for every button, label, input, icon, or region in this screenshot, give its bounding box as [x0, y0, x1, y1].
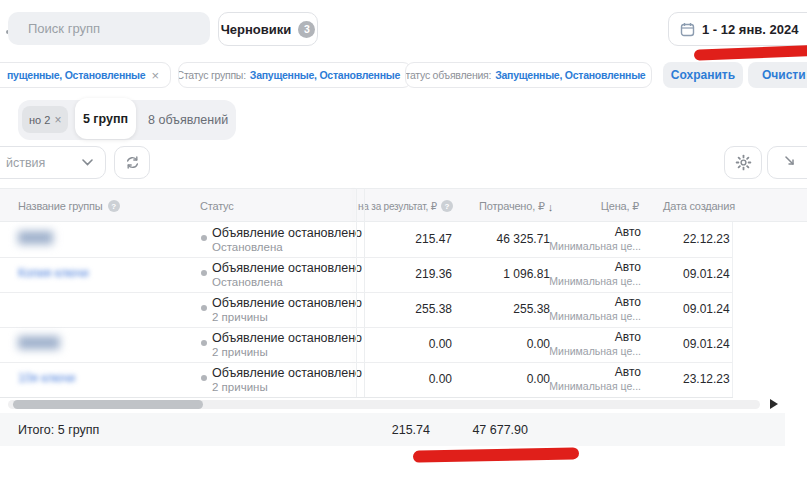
- search-placeholder: Поиск групп: [28, 21, 100, 36]
- save-filters-button[interactable]: Сохранить: [663, 62, 743, 88]
- table-row: Копия ключи Объявление остановлено Остан…: [0, 257, 807, 292]
- help-icon[interactable]: ?: [441, 200, 453, 212]
- red-marker-annotation-totals: [413, 447, 579, 462]
- table-row: ██████ Объявление остановлено 2 причины …: [0, 327, 807, 362]
- drafts-label: Черновики: [221, 22, 292, 37]
- created-date: 22.12.23: [683, 232, 730, 246]
- price-strategy: Минимальная це...: [549, 380, 641, 392]
- group-name-link[interactable]: █████: [18, 231, 52, 243]
- chip-prefix: Статус группы:: [178, 69, 246, 81]
- drafts-count-badge: 3: [298, 21, 315, 38]
- clear-filters-button[interactable]: Очисти: [748, 62, 807, 88]
- table-row: Объявление остановлено 2 причины 255.38 …: [0, 292, 807, 327]
- header-label: на за результат, ₽: [358, 201, 437, 212]
- chip-value: Запущенные, Остановленные: [250, 69, 400, 81]
- column-header-price[interactable]: Цена, ₽: [601, 200, 639, 213]
- totals-label: Итого: 5 групп: [18, 423, 99, 437]
- status-text: Объявление остановлено: [212, 296, 362, 310]
- gear-icon: [735, 154, 752, 171]
- help-icon[interactable]: ?: [108, 200, 120, 212]
- settings-button[interactable]: [724, 146, 762, 179]
- status-dot-icon: [201, 305, 207, 311]
- date-range-button[interactable]: 1 - 12 янв. 2024: [668, 12, 807, 46]
- spent-value: 255.38: [513, 302, 550, 316]
- refresh-button[interactable]: [114, 146, 150, 179]
- spent-value: 0.00: [527, 337, 550, 351]
- price-strategy: Минимальная це...: [549, 345, 641, 357]
- refresh-icon: [125, 155, 140, 170]
- created-date: 09.01.24: [683, 267, 730, 281]
- sort-desc-icon: ↓: [548, 201, 553, 213]
- price-mode: Авто: [615, 365, 641, 379]
- group-name-link[interactable]: Копия ключи: [18, 266, 89, 280]
- column-header-status[interactable]: Статус: [200, 200, 234, 212]
- created-date: 23.12.23: [683, 372, 730, 386]
- chevron-down-icon: [82, 159, 93, 166]
- selected-count-chip[interactable]: но 2 ×: [22, 106, 68, 133]
- totals-spent: 47 677.90: [472, 423, 528, 437]
- price-mode: Авто: [615, 260, 641, 274]
- cost-per-result-value: 215.47: [415, 232, 452, 246]
- chip-value: пущенные, Остановленные: [7, 69, 145, 81]
- ads-manager-screen: Поиск групп Черновики 3 1 - 12 янв. 2024…: [0, 0, 807, 487]
- price-strategy: Минимальная це...: [549, 310, 641, 322]
- column-header-name[interactable]: Название группы ?: [18, 200, 120, 212]
- table-row: █████ Объявление остановлено Остановлена…: [0, 222, 807, 257]
- horizontal-scrollbar-thumb[interactable]: [13, 400, 203, 409]
- status-reason: 2 причины: [212, 381, 268, 393]
- chip-prefix: Статус объявления:: [405, 69, 491, 81]
- search-input[interactable]: Поиск групп: [8, 12, 210, 45]
- column-header-spent[interactable]: Потрачено, ₽ ↓: [479, 200, 553, 213]
- status-reason: Остановлена: [212, 241, 283, 253]
- table-bottom-border: [0, 397, 733, 398]
- export-button[interactable]: [767, 146, 807, 179]
- price-mode: Авто: [615, 225, 641, 239]
- column-header-cost-per-result[interactable]: на за результат, ₽ ?: [358, 200, 453, 212]
- column-header-created[interactable]: Дата создания: [663, 200, 735, 212]
- cost-per-result-value: 0.00: [429, 337, 452, 351]
- status-dot-icon: [201, 375, 207, 381]
- filter-chip-ad-status[interactable]: Статус объявления: Запущенные, Остановле…: [405, 62, 652, 88]
- created-date: 09.01.24: [683, 337, 730, 351]
- price-strategy: Минимальная це...: [549, 275, 641, 287]
- status-text: Объявление остановлено: [212, 331, 362, 345]
- cost-per-result-value: 219.36: [415, 267, 452, 281]
- date-range-label: 1 - 12 янв. 2024: [702, 22, 798, 37]
- spent-value: 46 325.71: [497, 232, 550, 246]
- export-icon: [778, 155, 804, 170]
- close-icon[interactable]: ×: [651, 68, 652, 83]
- created-date: 09.01.24: [683, 302, 730, 316]
- status-text: Объявление остановлено: [212, 226, 362, 240]
- tab-ads[interactable]: 8 объявлений: [148, 113, 228, 127]
- close-icon[interactable]: ×: [54, 113, 61, 127]
- cost-per-result-value: 0.00: [429, 372, 452, 386]
- group-name-link[interactable]: ██████: [18, 336, 59, 348]
- table-header: Название группы ? Статус на за результат…: [0, 188, 807, 222]
- table-body: █████ Объявление остановлено Остановлена…: [0, 222, 807, 397]
- status-reason: Остановлена: [212, 276, 283, 288]
- drafts-button[interactable]: Черновики 3: [218, 12, 318, 46]
- totals-cost-per-result: 215.74: [392, 423, 430, 437]
- close-icon[interactable]: ×: [151, 68, 158, 83]
- selected-count-label: но 2: [29, 114, 50, 126]
- status-dot-icon: [201, 270, 207, 276]
- calendar-icon: [680, 22, 695, 37]
- filter-chip-campaign-status[interactable]: пущенные, Остановленные ×: [0, 62, 171, 88]
- totals-row: Итого: 5 групп 215.74 47 677.90: [0, 413, 785, 446]
- spent-value: 0.00: [527, 372, 550, 386]
- status-text: Объявление остановлено: [212, 366, 362, 380]
- table-right-divider: [732, 222, 733, 397]
- group-name-link[interactable]: 10я ключи: [18, 371, 75, 385]
- price-mode: Авто: [615, 295, 641, 309]
- frozen-pane-divider: [356, 188, 357, 397]
- column-divider: [364, 188, 365, 397]
- scroll-right-arrow-icon[interactable]: [770, 399, 778, 409]
- filter-chip-group-status[interactable]: Статус группы: Запущенные, Остановленные…: [178, 62, 412, 88]
- tab-groups[interactable]: 5 групп: [75, 98, 136, 139]
- actions-dropdown[interactable]: йствия: [0, 146, 106, 179]
- status-reason: 2 причины: [212, 311, 268, 323]
- status-dot-icon: [201, 235, 207, 241]
- status-text: Объявление остановлено: [212, 261, 362, 275]
- red-marker-annotation-date: [694, 44, 807, 60]
- header-label: Название группы: [18, 200, 103, 212]
